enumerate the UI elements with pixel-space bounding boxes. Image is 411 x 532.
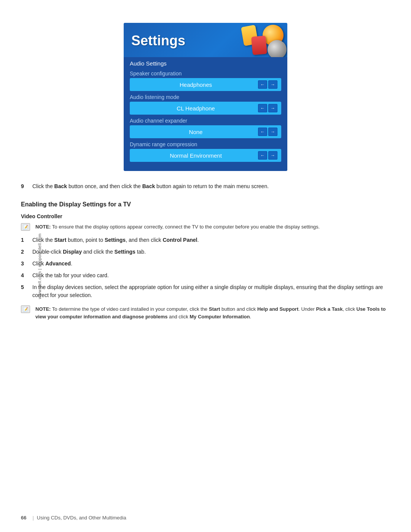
note-icon-img: 📝 [21, 223, 30, 231]
note2-box: 📝 NOTE: To determine the type of video c… [21, 305, 390, 320]
audio-channel-value: None [134, 129, 258, 135]
step1-text: Click the Start button, point to Setting… [32, 236, 390, 244]
audio-listening-next[interactable]: → [268, 104, 277, 112]
step9-section: 9 Click the Back button once, and then c… [21, 182, 390, 190]
step9-text: Click the Back button once, and then cli… [32, 182, 390, 190]
note1-box: 📝 NOTE: To ensure that the display optio… [21, 223, 390, 231]
note2-text: NOTE: To determine the type of video car… [35, 305, 390, 320]
step2-item: 2 Double-click Display and click the Set… [21, 248, 390, 256]
audio-listening-section: Audio listening mode CL Headphone ← → [130, 94, 281, 115]
audio-channel-next[interactable]: → [268, 128, 277, 136]
audio-listening-row: CL Headphone ← → [130, 102, 281, 115]
audio-channel-nav[interactable]: ← → [258, 128, 277, 136]
page-footer: 66 | Using CDs, DVDs, and Other Multimed… [21, 515, 390, 521]
dynamic-range-label: Dynamic range compression [130, 141, 281, 147]
red-button-decoration [251, 35, 267, 55]
step2-text: Double-click Display and click the Setti… [32, 248, 390, 256]
step5-text: In the display devices section, select t… [32, 283, 390, 299]
step4-item: 4 Click the tab for your video card. [21, 272, 390, 280]
step5-item: 5 In the display devices section, select… [21, 283, 390, 299]
silver-knob-decoration [268, 40, 287, 57]
display-settings-section: Enabling the Display Settings for a TV V… [21, 201, 390, 320]
step3-number: 3 [21, 260, 32, 268]
dynamic-range-section: Dynamic range compression Normal Environ… [130, 141, 281, 162]
audio-listening-nav[interactable]: ← → [258, 104, 277, 112]
speaker-config-prev[interactable]: ← [258, 80, 267, 89]
subsection-heading: Video Controller [21, 213, 390, 219]
audio-channel-prev[interactable]: ← [258, 128, 267, 136]
steps-list: 1 Click the Start button, point to Setti… [21, 236, 390, 299]
audio-settings-label: Audio Settings [130, 60, 281, 67]
audio-channel-row: None ← → [130, 125, 281, 138]
settings-screenshot: Settings Audio Settings Speaker configur… [124, 23, 287, 171]
note2-icon: 📝 [21, 305, 33, 320]
note1-icon: 📝 [21, 223, 33, 231]
speaker-config-label: Speaker configuration [130, 70, 281, 77]
audio-listening-value: CL Headphone [134, 105, 258, 112]
footer-separator: | [32, 515, 33, 521]
step1-number: 1 [21, 236, 32, 244]
note1-text: NOTE: To ensure that the display options… [35, 223, 390, 231]
speaker-config-row: Headphones ← → [130, 78, 281, 91]
note2-label: NOTE: [35, 306, 51, 312]
footer-text: Using CDs, DVDs, and Other Multimedia [37, 515, 126, 521]
step9-number: 9 [21, 182, 32, 190]
audio-listening-label: Audio listening mode [130, 94, 281, 100]
step5-number: 5 [21, 283, 32, 299]
step3-item: 3 Click Advanced. [21, 260, 390, 268]
page-number: 66 [21, 515, 26, 521]
note2-icon-img: 📝 [21, 305, 30, 313]
settings-title: Settings [131, 33, 185, 49]
audio-channel-label: Audio channel expander [130, 118, 281, 124]
step9-item: 9 Click the Back button once, and then c… [21, 182, 390, 190]
step4-text: Click the tab for your video card. [32, 272, 390, 280]
decorative-controls [226, 23, 287, 57]
step2-number: 2 [21, 248, 32, 256]
dynamic-range-next[interactable]: → [268, 151, 277, 160]
speaker-config-value: Headphones [134, 81, 258, 88]
speaker-config-next[interactable]: → [268, 80, 277, 89]
step1-item: 1 Click the Start button, point to Setti… [21, 236, 390, 244]
speaker-config-nav[interactable]: ← → [258, 80, 277, 89]
dynamic-range-row: Normal Environment ← → [130, 149, 281, 162]
step4-number: 4 [21, 272, 32, 280]
audio-channel-section: Audio channel expander None ← → [130, 118, 281, 138]
speaker-config-section: Speaker configuration Headphones ← → [130, 70, 281, 91]
audio-listening-prev[interactable]: ← [258, 104, 267, 112]
dynamic-range-prev[interactable]: ← [258, 151, 267, 160]
sidebar-text: www.dell.com | support.dell.com [37, 233, 42, 299]
dynamic-range-nav[interactable]: ← → [258, 151, 277, 160]
step3-text: Click Advanced. [32, 260, 390, 268]
section-heading: Enabling the Display Settings for a TV [21, 201, 390, 208]
dynamic-range-value: Normal Environment [134, 152, 258, 159]
note1-label: NOTE: [35, 224, 51, 230]
settings-body: Audio Settings Speaker configuration Hea… [124, 57, 287, 171]
note1-body: To ensure that the display options appea… [51, 224, 320, 230]
